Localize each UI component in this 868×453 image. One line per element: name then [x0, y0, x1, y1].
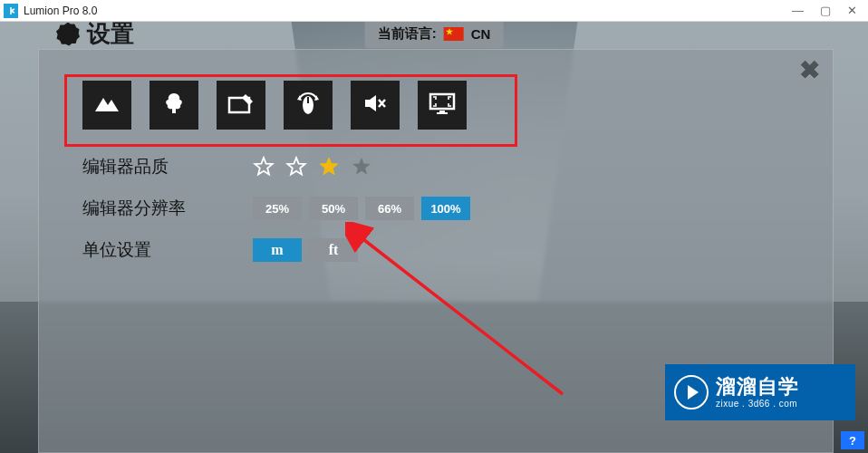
watermark-title: 溜溜自学	[716, 376, 799, 398]
quality-star-4[interactable]	[351, 156, 372, 178]
editor-resolution-label: 编辑器分辨率	[72, 197, 253, 220]
unit-option-m[interactable]: m	[253, 238, 302, 262]
editor-quality-stars	[253, 156, 372, 178]
help-button[interactable]: ?	[841, 431, 864, 449]
mute-icon	[363, 93, 387, 117]
watermark-url: zixue . 3d66 . com	[716, 399, 799, 409]
svg-rect-5	[437, 112, 448, 114]
svg-rect-4	[439, 111, 445, 112]
resolution-option-25[interactable]: 25%	[253, 197, 302, 220]
units-options: m ft	[253, 238, 358, 262]
flag-icon	[444, 27, 464, 41]
resolution-option-66[interactable]: 66%	[365, 197, 414, 220]
language-prefix: 当前语言:	[378, 25, 437, 43]
window-titlebar: Lumion Pro 8.0 — ▢ ✕	[0, 0, 868, 22]
language-code: CN	[471, 26, 491, 42]
tree-icon	[163, 92, 185, 119]
window-title: Lumion Pro 8.0	[24, 5, 97, 17]
language-selector[interactable]: 当前语言: CN	[365, 22, 504, 48]
settings-heading-label: 设置	[87, 22, 134, 50]
category-display-button[interactable]	[418, 81, 467, 130]
mountain-icon	[93, 93, 121, 117]
resolution-option-50[interactable]: 50%	[309, 197, 358, 220]
header-strip: 设置 当前语言: CN	[0, 22, 868, 51]
svg-rect-2	[307, 97, 309, 103]
editor-quality-label: 编辑器品质	[72, 155, 253, 178]
dialog-close-button[interactable]: ✖	[799, 55, 820, 85]
viewport-background: 设置 当前语言: CN ✖	[0, 22, 868, 453]
quality-star-2[interactable]	[285, 156, 307, 178]
unit-option-ft[interactable]: ft	[309, 238, 358, 262]
units-row: 单位设置 m ft	[72, 238, 800, 262]
tablet-edit-icon	[227, 92, 255, 118]
mouse-rotate-icon	[294, 91, 322, 120]
watermark: 溜溜自学 zixue . 3d66 . com	[665, 364, 855, 420]
editor-resolution-row: 编辑器分辨率 25% 50% 66% 100%	[72, 197, 800, 220]
quality-star-1[interactable]	[253, 156, 275, 178]
category-sound-button[interactable]	[351, 81, 400, 130]
gear-icon	[56, 23, 80, 46]
category-edit-button[interactable]	[217, 81, 265, 130]
window-close-button[interactable]: ✕	[847, 4, 857, 17]
editor-quality-row: 编辑器品质	[72, 155, 800, 178]
resolution-option-100[interactable]: 100%	[421, 197, 470, 220]
category-nature-button[interactable]	[149, 81, 198, 130]
category-navigation-button[interactable]	[284, 81, 333, 130]
units-label: 单位设置	[72, 238, 253, 262]
category-toolbar	[82, 81, 800, 130]
category-terrain-button[interactable]	[82, 81, 131, 130]
resolution-options: 25% 50% 66% 100%	[253, 197, 470, 220]
window-minimize-button[interactable]: —	[792, 4, 804, 17]
app-icon	[4, 4, 18, 18]
monitor-icon	[429, 92, 456, 119]
play-icon	[674, 375, 709, 410]
quality-star-3[interactable]	[318, 156, 340, 178]
window-maximize-button[interactable]: ▢	[820, 4, 831, 17]
settings-heading: 设置	[56, 22, 134, 50]
